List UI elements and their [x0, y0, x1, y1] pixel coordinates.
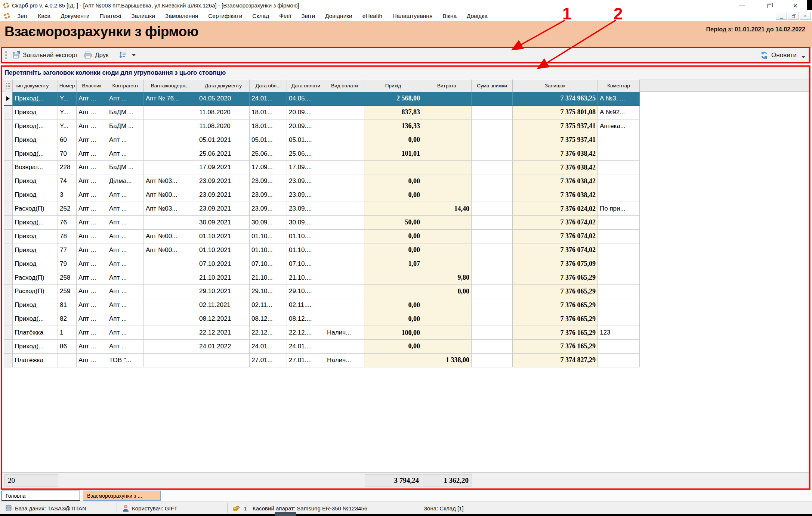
grid-cell[interactable]: 17.09....	[287, 161, 325, 174]
grid-cell[interactable]	[598, 312, 640, 326]
grid-cell[interactable]: Приход	[13, 298, 58, 312]
column-visibility-button[interactable]	[117, 52, 139, 59]
grid-cell[interactable]: 08.12.2021	[197, 312, 250, 326]
grid-cell[interactable]	[144, 161, 197, 174]
grid-cell[interactable]: 2 568,00	[364, 92, 422, 106]
grid-cell[interactable]	[144, 312, 197, 326]
grid-row[interactable]: ПриходY...Апт ...БаДМ ...11.08.202018.01…	[4, 106, 640, 119]
grid-cell[interactable]	[144, 298, 197, 312]
grid-cell[interactable]: Платёжка	[13, 326, 58, 340]
grid-cell[interactable]: 02.11....	[287, 298, 325, 312]
grid-cell[interactable]: Приход(...	[13, 92, 58, 106]
grid-cell[interactable]	[422, 119, 472, 133]
grid-cell[interactable]	[472, 326, 513, 340]
grid-cell[interactable]: Апт №00...	[144, 230, 197, 243]
grid-cell[interactable]: 22.12....	[287, 326, 325, 340]
grid-cell[interactable]	[598, 354, 640, 367]
grid-cell[interactable]: БаДМ ...	[107, 161, 144, 174]
close-button[interactable]: ×	[788, 1, 803, 10]
grid-cell[interactable]: Возврат...	[13, 161, 58, 174]
grid-cell[interactable]: Апт ...	[107, 257, 144, 271]
grid-cell[interactable]: 05.01....	[287, 133, 325, 147]
grid-cell[interactable]	[598, 271, 640, 285]
grid-cell[interactable]: 0,00	[364, 340, 422, 354]
grid-cell[interactable]	[422, 174, 472, 188]
row-indicator-cell[interactable]	[4, 119, 13, 133]
grid-cell[interactable]: Приход	[13, 133, 58, 147]
grid-cell[interactable]: Приход(...	[13, 216, 58, 230]
grid-cell[interactable]: Апт ...	[77, 147, 107, 161]
grid-cell[interactable]: 76	[58, 216, 77, 230]
grid-cell[interactable]: 7 376 065,29	[513, 271, 598, 285]
grid-cell[interactable]: 60	[58, 133, 77, 147]
grid-cell[interactable]: 25.06...	[250, 147, 287, 161]
menu-item-7[interactable]: Сертифікати	[208, 13, 242, 19]
grid-cell[interactable]: 23.09....	[287, 174, 325, 188]
grid-cell[interactable]: Ділма...	[107, 174, 144, 188]
print-button[interactable]: Друк	[82, 51, 112, 59]
grid-cell[interactable]: Апт №00...	[144, 188, 197, 202]
grid-cell[interactable]	[58, 354, 77, 367]
grid-cell[interactable]	[422, 133, 472, 147]
grid-cell[interactable]: 24.01...	[250, 340, 287, 354]
grid-cell[interactable]: Апт ...	[77, 216, 107, 230]
grid-cell[interactable]: ТОВ "...	[107, 354, 144, 367]
grid-cell[interactable]: 7 376 038,42	[513, 147, 598, 161]
grid-cell[interactable]: 7 375 801,08	[513, 106, 598, 119]
export-button[interactable]: Загальний експорт	[10, 51, 82, 59]
grid-row[interactable]: Приход(...76Апт ...Апт ...30.09.202130.0…	[4, 216, 640, 230]
grid-cell[interactable]	[144, 354, 197, 367]
restore-button[interactable]	[762, 1, 777, 10]
grid-cell[interactable]: 24.01...	[250, 92, 287, 106]
grid-cell[interactable]	[325, 257, 364, 271]
row-indicator-cell[interactable]	[4, 216, 13, 230]
mdi-minimize-button[interactable]: _	[776, 12, 787, 20]
grid-cell[interactable]: 25.06....	[287, 147, 325, 161]
grid-row[interactable]: Приход(...70Апт ...Апт ...25.06.202125.0…	[4, 147, 640, 161]
grid-cell[interactable]: 0,00	[364, 133, 422, 147]
grid-cell[interactable]: 0,00	[364, 243, 422, 257]
grid-row[interactable]: Приход(...Y...Апт ...Апт ...Апт № 76...0…	[4, 92, 640, 106]
grid-cell[interactable]: Y...	[58, 119, 77, 133]
grid-header-cell[interactable]: Дата документу	[197, 80, 250, 92]
grid-cell[interactable]: 17.09.2021	[197, 161, 250, 174]
grid-cell[interactable]: 01.10...	[250, 243, 287, 257]
grid-cell[interactable]: 77	[58, 243, 77, 257]
grid-row[interactable]: Расход(П)259Апт ...Апт ...29.10.202129.1…	[4, 285, 640, 298]
menu-item-5[interactable]: Залишки	[131, 13, 155, 19]
grid-cell[interactable]	[422, 243, 472, 257]
grid-cell[interactable]: 07.10....	[287, 257, 325, 271]
row-indicator-cell[interactable]	[4, 340, 13, 354]
grid-cell[interactable]: Приход	[13, 174, 58, 188]
grid-cell[interactable]: Приход(...	[13, 312, 58, 326]
row-indicator-cell[interactable]	[4, 92, 13, 106]
grid-cell[interactable]: 7 376 074,02	[513, 230, 598, 243]
grid-row[interactable]: Приход60Апт ...Апт ...05.01.202105.01...…	[4, 133, 640, 147]
grid-cell[interactable]: 7 376 038,42	[513, 188, 598, 202]
grid-cell[interactable]: 7 376 038,42	[513, 174, 598, 188]
grid-cell[interactable]	[598, 188, 640, 202]
row-indicator-cell[interactable]	[4, 285, 13, 298]
grid-cell[interactable]	[472, 340, 513, 354]
grid-cell[interactable]	[422, 188, 472, 202]
tab-home[interactable]: Головна	[1, 491, 80, 501]
grid-cell[interactable]: 29.10...	[250, 285, 287, 298]
grid-cell[interactable]	[144, 340, 197, 354]
row-indicator-cell[interactable]	[4, 271, 13, 285]
grid-cell[interactable]: 21.10...	[250, 271, 287, 285]
grid-cell[interactable]	[325, 271, 364, 285]
grid-cell[interactable]: 22.12...	[250, 326, 287, 340]
grid-cell[interactable]: Апт ...	[77, 188, 107, 202]
grid-cell[interactable]	[598, 257, 640, 271]
menu-item-14[interactable]: Вікна	[442, 13, 457, 19]
grid-cell[interactable]	[325, 147, 364, 161]
grid-cell[interactable]: 30.09....	[287, 216, 325, 230]
grid-cell[interactable]: Апт ...	[107, 147, 144, 161]
grid-cell[interactable]: 24.01....	[287, 340, 325, 354]
grid-cell[interactable]: Апт ...	[107, 243, 144, 257]
row-indicator-cell[interactable]	[4, 202, 13, 216]
grid-cell[interactable]: Апт ...	[107, 298, 144, 312]
grid-cell[interactable]: Приход(...	[13, 119, 58, 133]
row-indicator-cell[interactable]	[4, 326, 13, 340]
grid-cell[interactable]: 23.09...	[250, 174, 287, 188]
